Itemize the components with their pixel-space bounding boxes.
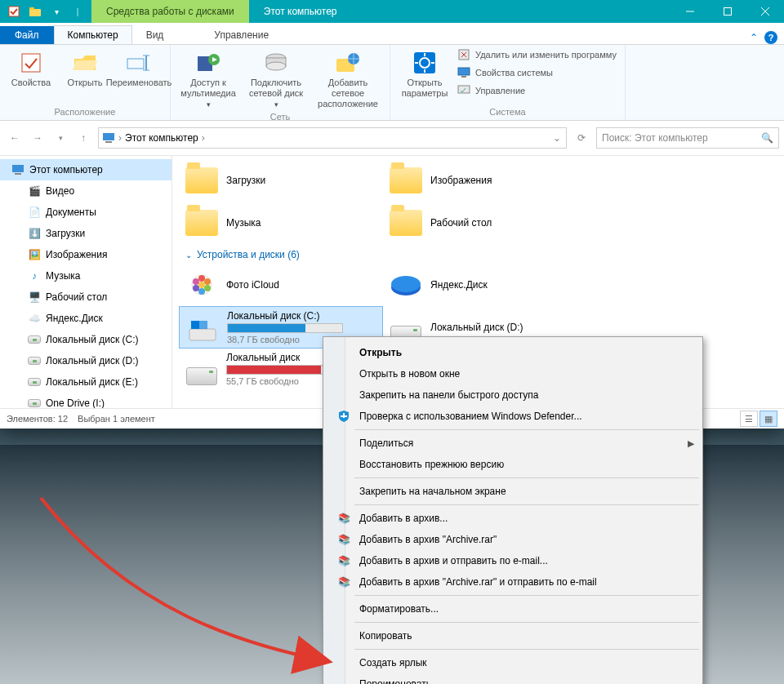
qat-separator: | bbox=[69, 2, 87, 20]
tab-file[interactable]: Файл bbox=[0, 26, 54, 44]
ctx-rename[interactable]: Переименовать bbox=[332, 673, 701, 684]
refresh-button[interactable]: ⟳ bbox=[572, 128, 591, 148]
nav-back-button[interactable]: ← bbox=[5, 128, 24, 148]
svg-point-41 bbox=[193, 285, 199, 291]
svg-point-38 bbox=[204, 278, 211, 285]
ctx-pin-quick-access[interactable]: Закрепить на панели быстрого доступа bbox=[332, 384, 701, 406]
view-details-button[interactable]: ☰ bbox=[740, 411, 758, 427]
drive-icon bbox=[28, 397, 41, 408]
ribbon-map-drive-button[interactable]: Подключить сетевой диск▾ bbox=[243, 47, 310, 110]
ribbon-properties-button[interactable]: Свойства bbox=[5, 47, 57, 88]
maximize-button[interactable] bbox=[709, 0, 746, 23]
nav-pictures[interactable]: 🖼️Изображения bbox=[0, 244, 172, 265]
ctx-archive-email[interactable]: 📚Добавить в архив и отправить по e-mail.… bbox=[332, 550, 701, 571]
ribbon-media-access-button[interactable]: Доступ к мультимедиа▾ bbox=[176, 47, 241, 110]
item-icloud-photos[interactable]: Фото iCloud bbox=[179, 264, 383, 306]
desktop-icon: 🖥️ bbox=[28, 291, 41, 304]
titlebar[interactable]: ▾ | Средства работы с дисками Этот компь… bbox=[0, 0, 784, 23]
nav-drive-c[interactable]: Локальный диск (C:) bbox=[0, 329, 172, 350]
navigation-pane[interactable]: Этот компьютер 🎬Видео 📄Документы ⬇️Загру… bbox=[0, 156, 172, 408]
svg-point-42 bbox=[193, 278, 199, 285]
nav-desktop[interactable]: 🖥️Рабочий стол bbox=[0, 286, 172, 308]
ribbon-rename-button[interactable]: Переименовать bbox=[113, 47, 165, 88]
tab-computer[interactable]: Компьютер bbox=[54, 25, 132, 44]
qat-dropdown-icon[interactable]: ▾ bbox=[47, 2, 65, 20]
svg-rect-31 bbox=[103, 133, 114, 140]
ctx-create-shortcut[interactable]: Создать ярлык bbox=[332, 652, 701, 673]
svg-point-39 bbox=[204, 285, 211, 291]
ctx-open-new-window[interactable]: Открыть в новом окне bbox=[332, 363, 701, 384]
svg-rect-45 bbox=[189, 329, 216, 340]
ctx-share[interactable]: Поделиться▶ bbox=[332, 433, 701, 454]
chevron-right-icon[interactable]: › bbox=[200, 132, 207, 144]
nav-up-button[interactable]: ↑ bbox=[74, 128, 93, 148]
ctx-copy[interactable]: Копировать bbox=[332, 625, 701, 646]
ribbon-sysprops-link[interactable]: Свойства системы bbox=[454, 64, 620, 81]
nav-history-dropdown[interactable]: ▾ bbox=[51, 128, 70, 148]
svg-rect-7 bbox=[22, 54, 40, 72]
manage-icon bbox=[457, 84, 470, 97]
search-input[interactable]: Поиск: Этот компьютер 🔍 bbox=[596, 127, 779, 149]
ribbon-open-button[interactable]: Открыть bbox=[59, 47, 111, 88]
nav-drive-d[interactable]: Локальный диск (D:) bbox=[0, 350, 172, 371]
network-drive-icon bbox=[263, 50, 289, 76]
window-title: Этот компьютер bbox=[249, 0, 352, 23]
nav-downloads[interactable]: ⬇️Загрузки bbox=[0, 223, 172, 244]
folder-pictures[interactable]: Изображения bbox=[383, 159, 587, 202]
open-folder-icon bbox=[72, 50, 98, 76]
qat-properties-icon[interactable] bbox=[5, 2, 23, 20]
breadcrumb-this-pc[interactable]: Этот компьютер bbox=[125, 132, 198, 144]
svg-point-16 bbox=[266, 62, 286, 70]
globe-folder-icon bbox=[335, 50, 361, 76]
nav-documents[interactable]: 📄Документы bbox=[0, 202, 172, 223]
ribbon-add-netloc-button[interactable]: Добавить сетевое расположение bbox=[311, 47, 385, 110]
ribbon-manage-link[interactable]: Управление bbox=[454, 82, 620, 99]
nav-drive-e[interactable]: Локальный диск (E:) bbox=[0, 371, 172, 393]
group-header-devices[interactable]: ⌄ Устройства и диски (6) bbox=[179, 244, 784, 264]
ctx-add-to-archive[interactable]: 📚Добавить в архив... bbox=[332, 508, 701, 529]
this-pc-icon bbox=[11, 163, 24, 176]
ctx-add-to-archive-rar[interactable]: 📚Добавить в архив "Archive.rar" bbox=[332, 529, 701, 550]
drive-icon bbox=[28, 333, 41, 346]
nav-videos[interactable]: 🎬Видео bbox=[0, 180, 172, 202]
qat-new-folder-icon[interactable] bbox=[26, 2, 44, 20]
nav-yandex[interactable]: ☁️Яндекс.Диск bbox=[0, 308, 172, 329]
folder-downloads[interactable]: Загрузки bbox=[179, 159, 383, 202]
item-yandex-disk[interactable]: Яндекс.Диск bbox=[383, 264, 587, 306]
nav-forward-button[interactable]: → bbox=[28, 128, 47, 148]
svg-rect-34 bbox=[15, 173, 21, 175]
ctx-defender-scan[interactable]: Проверка с использованием Windows Defend… bbox=[332, 406, 701, 427]
svg-rect-8 bbox=[127, 59, 144, 69]
chevron-down-icon: ⌄ bbox=[185, 251, 192, 260]
folder-music[interactable]: Музыка bbox=[179, 202, 383, 244]
ribbon-tabs: Файл Компьютер Вид Управление ⌃ ? bbox=[0, 23, 784, 45]
view-large-icons-button[interactable]: ▦ bbox=[760, 411, 777, 427]
nav-onedrive[interactable]: One Drive (I:) bbox=[0, 393, 172, 408]
this-pc-icon bbox=[102, 131, 115, 144]
ribbon-open-settings-button[interactable]: Открыть параметры bbox=[395, 47, 454, 99]
search-icon: 🔍 bbox=[761, 132, 773, 144]
ctx-archive-rar-email[interactable]: 📚Добавить в архив "Archive.rar" и отправ… bbox=[332, 571, 701, 593]
shield-icon bbox=[336, 409, 351, 424]
ctx-open[interactable]: Открыть bbox=[332, 342, 701, 363]
tab-view[interactable]: Вид bbox=[132, 25, 178, 44]
chevron-down-icon[interactable]: ⌄ bbox=[551, 132, 563, 144]
yandex-disk-icon bbox=[390, 269, 422, 301]
close-button[interactable] bbox=[746, 0, 784, 23]
nav-this-pc[interactable]: Этот компьютер bbox=[0, 159, 172, 180]
help-icon[interactable]: ? bbox=[764, 31, 777, 44]
quick-access-toolbar: ▾ | bbox=[0, 0, 91, 23]
ctx-restore-version[interactable]: Восстановить прежнюю версию bbox=[332, 454, 701, 475]
address-bar[interactable]: › Этот компьютер › ⌄ bbox=[98, 127, 567, 149]
nav-music[interactable]: ♪Музыка bbox=[0, 265, 172, 286]
ribbon-collapse-icon[interactable]: ⌃ bbox=[750, 32, 758, 43]
ribbon-uninstall-link[interactable]: Удалить или изменить программу bbox=[454, 47, 620, 63]
minimize-button[interactable] bbox=[671, 0, 709, 23]
ctx-pin-start[interactable]: Закрепить на начальном экране bbox=[332, 481, 701, 502]
tab-manage[interactable]: Управление bbox=[200, 25, 283, 44]
rename-icon bbox=[126, 50, 152, 76]
music-icon: ♪ bbox=[28, 269, 41, 282]
chevron-right-icon[interactable]: › bbox=[117, 132, 123, 144]
folder-desktop[interactable]: Рабочий стол bbox=[383, 202, 587, 244]
ctx-format[interactable]: Форматировать... bbox=[332, 598, 701, 620]
